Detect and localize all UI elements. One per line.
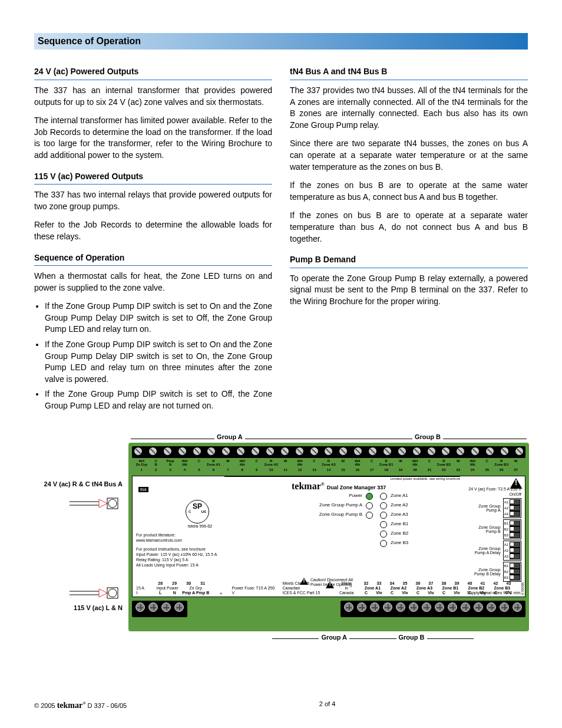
section-header-bar: Sequence of Operation	[34, 33, 528, 50]
subhead-sequence: Sequence of Operation	[34, 252, 272, 266]
terminal-screw	[134, 447, 142, 455]
terminal-screw	[237, 447, 244, 455]
terminal-screw	[252, 447, 259, 455]
group-b-label: Group B	[399, 634, 425, 641]
terminal-screw	[457, 447, 464, 455]
top-terminal-labels: tN4 Zn GrpC BPmp BtN4 tNtC R Zone A1W tN…	[132, 458, 525, 468]
group-b-label: Group B	[415, 433, 441, 440]
subhead-24v: 24 V (ac) Powered Outputs	[34, 66, 272, 80]
power-fuse-note: Power Fuse: T15 A 250 V	[232, 586, 276, 595]
top-terminal-numbers: 1234567891011121314151617181920212223242…	[132, 468, 525, 472]
product-instructions: For product instructions, see brochure I…	[136, 546, 236, 568]
terminal-screw	[515, 447, 523, 455]
para: Refer to the Job Records to determine th…	[34, 219, 272, 242]
terminal-screw	[310, 447, 318, 455]
terminal-screw	[149, 447, 157, 455]
limited-power-note: Limited power available, see wiring broc…	[224, 476, 460, 481]
terminal-screw	[296, 447, 303, 455]
bullet: If the Zone Group Pump DIP switch is set…	[45, 388, 272, 411]
terminal-screw	[413, 447, 421, 455]
tektra-code: tektra 996-02	[188, 523, 236, 529]
plug-top-icon	[70, 497, 123, 514]
para: The 337 has an internal transformer that…	[34, 85, 272, 108]
left-led-column: PowerZone Group Pump AZone Group Pump B	[297, 493, 373, 521]
para: The 337 provides two tN4 busses. All of …	[290, 85, 528, 131]
terminal-screw	[354, 447, 362, 455]
side-label-24v: 24 V (ac) R & C tN4 Bus A	[34, 480, 123, 488]
fuse-24v-note: 24 V (ac) Fuse: T2.5 A 250 V	[433, 487, 521, 492]
ground-icon: ⏚	[216, 591, 226, 595]
bottom-group-labels: Group A Group B	[270, 634, 476, 641]
terminal-screw	[384, 447, 391, 455]
certification-mark-icon: SP CUS	[186, 500, 209, 523]
terminal-screw	[369, 447, 376, 455]
side-code: H7005B	[521, 582, 525, 595]
dip-switch-block: 24 V (ac) Fuse: T2.5 A 250 V On/Off Zone…	[433, 487, 521, 583]
svg-marker-7	[99, 589, 107, 597]
para: Since there are two separate tN4 busses,…	[290, 138, 528, 173]
svg-rect-8	[107, 588, 118, 598]
terminal-screw	[442, 447, 449, 455]
subhead-tn4: tN4 Bus A and tN4 Bus B	[290, 66, 528, 80]
svg-point-4	[108, 499, 117, 508]
white-info-panel: Limited power available, see wiring broc…	[132, 476, 525, 597]
para: To operate the Zone Group Pump B relay e…	[290, 273, 528, 308]
terminal-screw	[222, 447, 230, 455]
right-led-column: Zone A1Zone A2Zone A3Zone B1Zone B2Zone …	[380, 493, 408, 549]
group-a-label: Group A	[321, 634, 347, 641]
top-group-labels: Group A Group B	[128, 433, 529, 440]
para: The 337 has two internal relays that pro…	[34, 189, 272, 212]
terminal-screw	[428, 447, 435, 455]
terminal-screw	[325, 447, 332, 455]
product-literature: For product literature: www.tekmarcontro…	[136, 532, 236, 543]
subhead-pumpb-demand: Pump B Demand	[290, 254, 528, 268]
terminal-screw	[193, 447, 201, 455]
terminal-screw	[178, 447, 186, 455]
terminal-screw	[486, 447, 494, 455]
two-column-body: 24 V (ac) Powered Outputs The 337 has an…	[34, 57, 528, 419]
para: If the zones on bus B are to operate at …	[290, 180, 528, 203]
para: The internal transformer has limited pow…	[34, 115, 272, 161]
terminal-screw	[398, 447, 406, 455]
svg-point-9	[108, 589, 117, 597]
footer-left: © 2005 tekmar® D 337 - 06/05	[34, 700, 127, 711]
bottom-terminal-info: 15 A ⫴ 28293031 Input PowerZn Grp LNPmp …	[136, 581, 525, 595]
side-label-115v: 115 V (ac) L & N	[34, 604, 123, 612]
terminal-screw	[164, 447, 171, 455]
wiring-diagram: Group A Group B 24 V (ac) R & C tN4 Bus …	[34, 433, 528, 657]
terminal-screw	[207, 447, 215, 455]
para: If the zones on bus B are to operate at …	[290, 210, 528, 245]
caution-icon	[326, 581, 333, 588]
fifteen-amp: 15 A	[136, 586, 147, 591]
top-terminal-row	[132, 446, 525, 458]
footer-page: 2 of 4	[319, 700, 336, 711]
plug-bottom-icon	[70, 587, 123, 604]
bullet-list: If the Zone Group Pump DIP switch is set…	[34, 301, 272, 411]
terminal-screw	[471, 447, 479, 455]
terminal-screw	[339, 447, 347, 455]
subhead-115v: 115 V (ac) Powered Outputs	[34, 171, 272, 185]
left-column: 24 V (ac) Powered Outputs The 337 has an…	[34, 57, 272, 419]
product-text-block: tektra 996-02 For product literature: ww…	[136, 523, 236, 568]
resistor-icon: ⫴	[136, 591, 147, 595]
svg-marker-2	[99, 499, 107, 508]
terminal-screw	[281, 447, 289, 455]
bottom-terminal-row	[132, 601, 525, 617]
board-pcb: tN4 Zn GrpC BPmp BtN4 tNtC R Zone A1W tN…	[128, 443, 529, 631]
bullet: If the Zone Group Pump DIP switch is set…	[45, 301, 272, 335]
terminal-screw	[266, 447, 274, 455]
para: When a thermostat calls for heat, the Zo…	[34, 271, 272, 294]
bullet: If the Zone Group Pump DIP switch is set…	[45, 339, 272, 385]
right-column: tN4 Bus A and tN4 Bus B The 337 provides…	[290, 57, 528, 419]
tn4-arrow-icon: tN4	[138, 487, 148, 493]
brand-name: tekmar® Dual Zone Manager 337	[292, 481, 386, 492]
terminal-screw	[501, 447, 508, 455]
onoff-label: On/Off	[433, 492, 521, 497]
page-footer: © 2005 tekmar® D 337 - 06/05 2 of 4	[34, 700, 528, 711]
svg-rect-3	[107, 498, 118, 509]
group-a-label: Group A	[217, 433, 243, 440]
